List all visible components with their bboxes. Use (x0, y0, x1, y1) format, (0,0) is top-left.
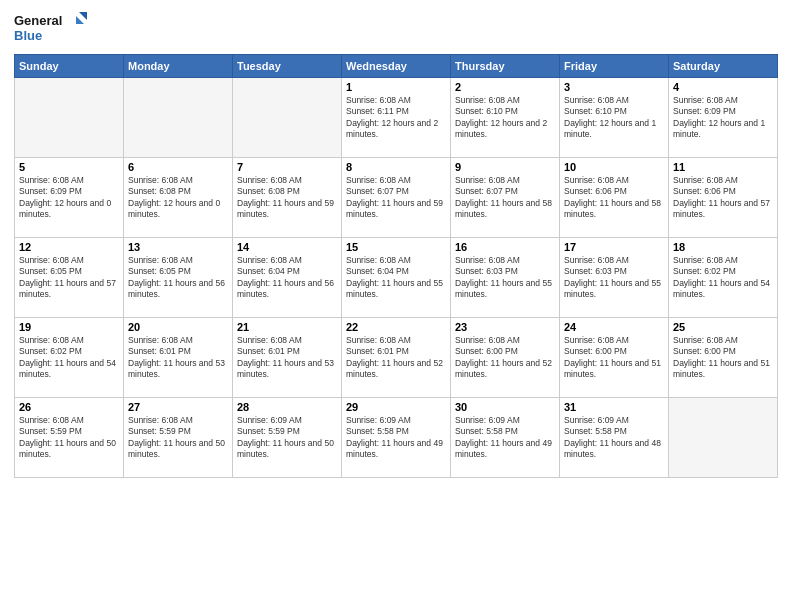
day-info: Sunrise: 6:08 AMSunset: 6:00 PMDaylight:… (455, 335, 555, 381)
day-info: Sunrise: 6:08 AMSunset: 5:59 PMDaylight:… (19, 415, 119, 461)
day-info: Sunrise: 6:08 AMSunset: 6:08 PMDaylight:… (237, 175, 337, 221)
day-info: Sunrise: 6:09 AMSunset: 5:58 PMDaylight:… (346, 415, 446, 461)
svg-text:General: General (14, 13, 62, 28)
day-number: 19 (19, 321, 119, 333)
day-number: 14 (237, 241, 337, 253)
day-info: Sunrise: 6:08 AMSunset: 6:06 PMDaylight:… (564, 175, 664, 221)
calendar-cell: 1Sunrise: 6:08 AMSunset: 6:11 PMDaylight… (342, 78, 451, 158)
calendar-cell: 15Sunrise: 6:08 AMSunset: 6:04 PMDayligh… (342, 238, 451, 318)
calendar-cell: 22Sunrise: 6:08 AMSunset: 6:01 PMDayligh… (342, 318, 451, 398)
day-info: Sunrise: 6:08 AMSunset: 6:08 PMDaylight:… (128, 175, 228, 221)
day-number: 4 (673, 81, 773, 93)
calendar-cell (233, 78, 342, 158)
day-info: Sunrise: 6:08 AMSunset: 6:06 PMDaylight:… (673, 175, 773, 221)
calendar-cell: 25Sunrise: 6:08 AMSunset: 6:00 PMDayligh… (669, 318, 778, 398)
calendar-cell: 30Sunrise: 6:09 AMSunset: 5:58 PMDayligh… (451, 398, 560, 478)
day-number: 6 (128, 161, 228, 173)
week-row-3: 12Sunrise: 6:08 AMSunset: 6:05 PMDayligh… (15, 238, 778, 318)
calendar-cell: 17Sunrise: 6:08 AMSunset: 6:03 PMDayligh… (560, 238, 669, 318)
day-info: Sunrise: 6:08 AMSunset: 6:04 PMDaylight:… (346, 255, 446, 301)
week-row-4: 19Sunrise: 6:08 AMSunset: 6:02 PMDayligh… (15, 318, 778, 398)
day-number: 1 (346, 81, 446, 93)
weekday-header-monday: Monday (124, 55, 233, 78)
calendar-cell: 21Sunrise: 6:08 AMSunset: 6:01 PMDayligh… (233, 318, 342, 398)
calendar-cell: 18Sunrise: 6:08 AMSunset: 6:02 PMDayligh… (669, 238, 778, 318)
day-number: 18 (673, 241, 773, 253)
day-info: Sunrise: 6:09 AMSunset: 5:59 PMDaylight:… (237, 415, 337, 461)
day-number: 29 (346, 401, 446, 413)
calendar-cell (124, 78, 233, 158)
day-info: Sunrise: 6:08 AMSunset: 6:04 PMDaylight:… (237, 255, 337, 301)
calendar-cell: 19Sunrise: 6:08 AMSunset: 6:02 PMDayligh… (15, 318, 124, 398)
day-number: 22 (346, 321, 446, 333)
day-number: 8 (346, 161, 446, 173)
svg-marker-3 (79, 12, 87, 20)
calendar-cell: 14Sunrise: 6:08 AMSunset: 6:04 PMDayligh… (233, 238, 342, 318)
day-info: Sunrise: 6:08 AMSunset: 6:07 PMDaylight:… (455, 175, 555, 221)
day-number: 15 (346, 241, 446, 253)
day-number: 3 (564, 81, 664, 93)
calendar-cell: 23Sunrise: 6:08 AMSunset: 6:00 PMDayligh… (451, 318, 560, 398)
day-number: 2 (455, 81, 555, 93)
day-number: 30 (455, 401, 555, 413)
day-number: 21 (237, 321, 337, 333)
day-number: 17 (564, 241, 664, 253)
day-number: 12 (19, 241, 119, 253)
day-number: 16 (455, 241, 555, 253)
day-number: 24 (564, 321, 664, 333)
calendar-cell: 16Sunrise: 6:08 AMSunset: 6:03 PMDayligh… (451, 238, 560, 318)
calendar-cell: 28Sunrise: 6:09 AMSunset: 5:59 PMDayligh… (233, 398, 342, 478)
day-info: Sunrise: 6:09 AMSunset: 5:58 PMDaylight:… (455, 415, 555, 461)
day-number: 11 (673, 161, 773, 173)
calendar-cell: 9Sunrise: 6:08 AMSunset: 6:07 PMDaylight… (451, 158, 560, 238)
calendar-cell: 20Sunrise: 6:08 AMSunset: 6:01 PMDayligh… (124, 318, 233, 398)
day-info: Sunrise: 6:08 AMSunset: 6:07 PMDaylight:… (346, 175, 446, 221)
day-info: Sunrise: 6:08 AMSunset: 6:03 PMDaylight:… (564, 255, 664, 301)
day-info: Sunrise: 6:09 AMSunset: 5:58 PMDaylight:… (564, 415, 664, 461)
day-number: 27 (128, 401, 228, 413)
day-number: 25 (673, 321, 773, 333)
day-info: Sunrise: 6:08 AMSunset: 6:00 PMDaylight:… (673, 335, 773, 381)
weekday-header-wednesday: Wednesday (342, 55, 451, 78)
header: General Blue (14, 10, 778, 46)
day-info: Sunrise: 6:08 AMSunset: 5:59 PMDaylight:… (128, 415, 228, 461)
day-info: Sunrise: 6:08 AMSunset: 6:02 PMDaylight:… (673, 255, 773, 301)
calendar-cell: 12Sunrise: 6:08 AMSunset: 6:05 PMDayligh… (15, 238, 124, 318)
week-row-1: 1Sunrise: 6:08 AMSunset: 6:11 PMDaylight… (15, 78, 778, 158)
calendar-cell: 26Sunrise: 6:08 AMSunset: 5:59 PMDayligh… (15, 398, 124, 478)
day-info: Sunrise: 6:08 AMSunset: 6:05 PMDaylight:… (128, 255, 228, 301)
day-info: Sunrise: 6:08 AMSunset: 6:00 PMDaylight:… (564, 335, 664, 381)
logo: General Blue (14, 10, 94, 46)
day-info: Sunrise: 6:08 AMSunset: 6:02 PMDaylight:… (19, 335, 119, 381)
day-number: 20 (128, 321, 228, 333)
calendar-cell: 7Sunrise: 6:08 AMSunset: 6:08 PMDaylight… (233, 158, 342, 238)
day-number: 23 (455, 321, 555, 333)
calendar-cell: 31Sunrise: 6:09 AMSunset: 5:58 PMDayligh… (560, 398, 669, 478)
calendar: SundayMondayTuesdayWednesdayThursdayFrid… (14, 54, 778, 478)
day-info: Sunrise: 6:08 AMSunset: 6:09 PMDaylight:… (673, 95, 773, 141)
calendar-cell (669, 398, 778, 478)
day-info: Sunrise: 6:08 AMSunset: 6:01 PMDaylight:… (128, 335, 228, 381)
day-number: 31 (564, 401, 664, 413)
day-info: Sunrise: 6:08 AMSunset: 6:03 PMDaylight:… (455, 255, 555, 301)
weekday-header-sunday: Sunday (15, 55, 124, 78)
day-number: 5 (19, 161, 119, 173)
weekday-header-friday: Friday (560, 55, 669, 78)
calendar-cell: 8Sunrise: 6:08 AMSunset: 6:07 PMDaylight… (342, 158, 451, 238)
weekday-header-tuesday: Tuesday (233, 55, 342, 78)
svg-text:Blue: Blue (14, 28, 42, 43)
calendar-cell: 2Sunrise: 6:08 AMSunset: 6:10 PMDaylight… (451, 78, 560, 158)
day-info: Sunrise: 6:08 AMSunset: 6:10 PMDaylight:… (564, 95, 664, 141)
calendar-cell: 11Sunrise: 6:08 AMSunset: 6:06 PMDayligh… (669, 158, 778, 238)
svg-marker-2 (76, 16, 84, 24)
week-row-5: 26Sunrise: 6:08 AMSunset: 5:59 PMDayligh… (15, 398, 778, 478)
calendar-cell: 13Sunrise: 6:08 AMSunset: 6:05 PMDayligh… (124, 238, 233, 318)
calendar-cell: 3Sunrise: 6:08 AMSunset: 6:10 PMDaylight… (560, 78, 669, 158)
weekday-header-saturday: Saturday (669, 55, 778, 78)
day-info: Sunrise: 6:08 AMSunset: 6:01 PMDaylight:… (346, 335, 446, 381)
calendar-cell: 4Sunrise: 6:08 AMSunset: 6:09 PMDaylight… (669, 78, 778, 158)
day-info: Sunrise: 6:08 AMSunset: 6:09 PMDaylight:… (19, 175, 119, 221)
day-number: 9 (455, 161, 555, 173)
calendar-cell: 29Sunrise: 6:09 AMSunset: 5:58 PMDayligh… (342, 398, 451, 478)
day-info: Sunrise: 6:08 AMSunset: 6:01 PMDaylight:… (237, 335, 337, 381)
